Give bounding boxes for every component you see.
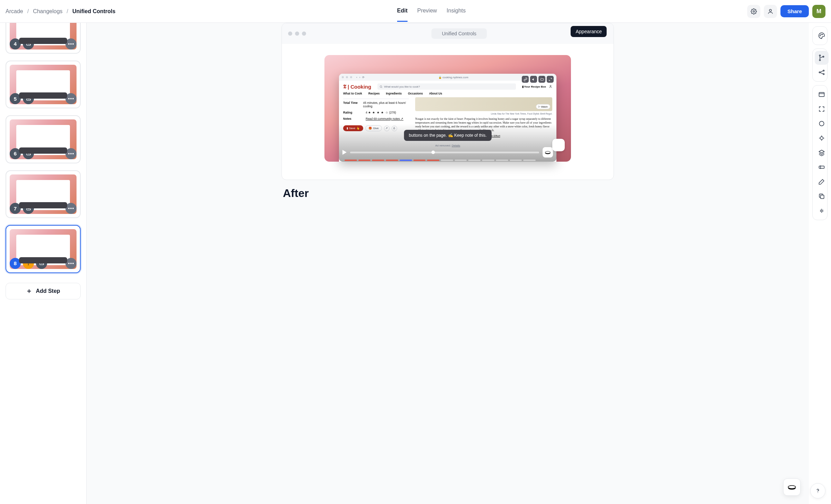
tab-preview[interactable]: Preview <box>417 1 437 22</box>
step-card-6[interactable]: 6 <box>6 115 81 163</box>
account-button[interactable] <box>764 5 777 18</box>
photo-credit: Linda Xiao for The New York Times. Food … <box>415 112 552 115</box>
svg-point-29 <box>820 35 821 36</box>
pen-icon <box>818 178 825 185</box>
add-step-label: Add Step <box>36 288 60 294</box>
cursor-target-icon <box>818 135 825 142</box>
tool-audio[interactable] <box>815 204 829 218</box>
tool-hotspot[interactable] <box>815 117 829 130</box>
mini-nav: What to Cook Recipes Ingredients Occasio… <box>343 90 552 97</box>
topbar: Arcade / Changelogs / Unified Controls E… <box>0 0 831 23</box>
svg-point-20 <box>70 263 72 264</box>
more-icon <box>68 98 74 99</box>
svg-rect-38 <box>819 92 824 97</box>
canvas: Unified Controls Appearance ‹›⟳ 🔒 cookin… <box>87 23 809 504</box>
mini-save-button: ▮ Save 👆 <box>343 125 363 131</box>
share-button[interactable]: Share <box>780 5 809 17</box>
svg-point-37 <box>823 73 824 74</box>
breadcrumb-section[interactable]: Changelogs <box>33 8 62 15</box>
svg-point-24 <box>550 86 551 87</box>
svg-point-16 <box>70 208 72 209</box>
step-card-5[interactable]: 5 <box>6 61 81 109</box>
breadcrumb-current: Unified Controls <box>72 8 115 15</box>
share-nodes-icon <box>818 69 825 76</box>
help-icon <box>814 487 821 494</box>
svg-point-3 <box>68 43 70 45</box>
tab-edit[interactable]: Edit <box>397 1 408 22</box>
tool-browser-frame[interactable] <box>815 88 829 101</box>
fullscreen-icon <box>818 106 825 112</box>
svg-point-4 <box>70 43 72 45</box>
floating-arcade-button[interactable] <box>783 478 801 496</box>
stage[interactable]: ‹›⟳ 🔒 cooking.nytimes.com ⊕⇪▭ <box>324 55 571 162</box>
svg-point-30 <box>821 34 822 35</box>
tool-fullscreen[interactable] <box>815 102 829 116</box>
tool-duplicate[interactable] <box>815 189 829 203</box>
svg-point-32 <box>819 55 820 56</box>
svg-point-1 <box>769 9 771 11</box>
ad-removed-text: Ad removed. Details <box>435 144 460 147</box>
avatar[interactable]: M <box>812 5 825 18</box>
svg-point-7 <box>68 98 70 99</box>
mini-share-button: ↗ <box>384 126 390 131</box>
chapter-segments[interactable] <box>345 160 536 161</box>
mini-print-button: ⎙ <box>392 126 397 131</box>
device-title[interactable]: Unified Controls <box>431 28 487 39</box>
breadcrumb: Arcade / Changelogs / Unified Controls <box>6 8 115 15</box>
traffic-dot <box>295 32 299 36</box>
add-step-button[interactable]: Add Step <box>6 283 81 299</box>
palette-icon <box>818 32 825 39</box>
step-card-8[interactable]: 8 ! <box>6 225 81 273</box>
mini-give-button: 🎁 Give <box>365 125 382 131</box>
tab-insights[interactable]: Insights <box>447 1 466 22</box>
tool-cursor[interactable] <box>815 131 829 145</box>
arcade-logo-icon <box>787 484 796 490</box>
breadcrumb-sep: / <box>27 8 29 15</box>
play-icon[interactable] <box>342 150 347 155</box>
step-card-7[interactable]: 7 <box>6 170 81 218</box>
svg-point-36 <box>823 70 824 71</box>
step-card-4[interactable]: 4 <box>6 23 81 54</box>
main: 4 5 6 7 <box>0 23 831 504</box>
svg-point-39 <box>819 121 824 126</box>
layers-icon <box>818 149 825 156</box>
search-icon <box>379 85 383 88</box>
breadcrumb-root[interactable]: Arcade <box>6 8 23 15</box>
svg-point-13 <box>72 153 74 154</box>
svg-point-8 <box>70 98 72 99</box>
branch-icon <box>818 54 825 61</box>
circle-icon <box>818 120 825 127</box>
tool-text-field[interactable] <box>815 160 829 174</box>
arcade-logo-icon <box>545 150 551 154</box>
svg-point-26 <box>545 151 551 153</box>
appearance-tooltip: Appearance <box>571 26 607 37</box>
tool-layers[interactable] <box>815 146 829 160</box>
person-icon <box>549 85 552 88</box>
progress-bar[interactable] <box>350 152 539 153</box>
watch-chip: ▷ Watch <box>536 104 550 109</box>
tool-appearance[interactable] <box>815 29 829 43</box>
svg-point-21 <box>72 263 74 264</box>
player-bar[interactable] <box>342 147 553 158</box>
tool-share-flow[interactable] <box>815 65 829 79</box>
svg-point-5 <box>72 43 74 45</box>
help-button[interactable] <box>810 483 825 498</box>
gear-icon <box>751 8 757 15</box>
svg-point-17 <box>72 208 74 209</box>
callout-bubble[interactable]: buttons on the page. ✍️ Keep note of thi… <box>404 130 492 141</box>
player-logo-button[interactable] <box>543 147 553 158</box>
more-icon <box>68 153 74 154</box>
text-field-icon <box>818 164 825 171</box>
mini-url: 🔒 cooking.nytimes.com <box>367 76 540 79</box>
tool-branch[interactable] <box>815 51 829 65</box>
settings-button[interactable] <box>747 5 760 18</box>
more-icon <box>68 43 74 45</box>
step-caption[interactable]: After <box>282 187 614 200</box>
tool-pen[interactable] <box>815 175 829 189</box>
device-chrome: Unified Controls Appearance <box>282 23 614 44</box>
right-toolbar <box>809 23 831 504</box>
svg-point-28 <box>788 486 796 489</box>
svg-point-15 <box>68 208 70 209</box>
svg-rect-42 <box>821 195 824 199</box>
svg-point-0 <box>753 10 755 12</box>
